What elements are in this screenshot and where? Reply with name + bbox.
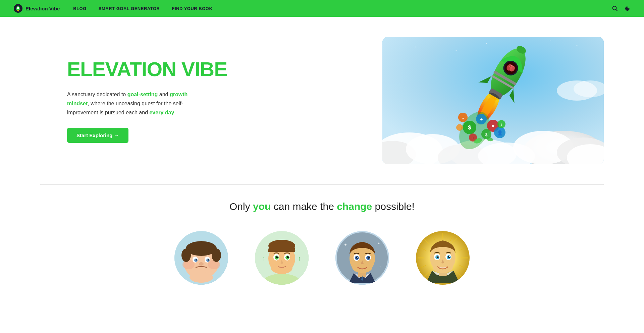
theme-toggle-button[interactable] (625, 5, 631, 11)
svg-point-67 (190, 272, 213, 283)
avatars-section: ↑ ↑ ✦ ✦ ✦ (0, 224, 644, 305)
svg-point-97 (356, 257, 358, 259)
svg-point-8 (486, 43, 487, 44)
rocket-logo-icon (13, 4, 23, 13)
svg-point-128 (449, 256, 450, 257)
svg-point-82 (288, 257, 288, 257)
tagline-middle: can make the (271, 201, 337, 212)
svg-point-5 (416, 47, 417, 48)
avatar-glowing-illustration (416, 231, 470, 285)
svg-point-100 (369, 257, 369, 258)
svg-point-7 (456, 50, 457, 51)
svg-point-62 (196, 259, 197, 261)
tagline-prefix: Only (229, 201, 253, 212)
search-button[interactable] (612, 5, 618, 11)
svg-text:♥: ♥ (492, 123, 494, 129)
avatar-sad (174, 231, 228, 285)
svg-text:✦: ✦ (344, 242, 347, 247)
tagline-you: you (253, 201, 271, 212)
tagline-suffix: possible! (372, 201, 415, 212)
avatar-neutral: ↑ ↑ (255, 231, 309, 285)
svg-point-1 (17, 7, 19, 9)
svg-point-98 (368, 257, 370, 259)
nav-find-book[interactable]: FIND YOUR BOOK (172, 6, 212, 11)
brand-name: Elevation Vibe (25, 6, 60, 11)
tagline-change: change (337, 201, 372, 212)
svg-text:↑: ↑ (262, 255, 265, 262)
svg-text:+: + (472, 136, 474, 140)
svg-point-10 (550, 40, 550, 41)
moon-icon (625, 5, 631, 11)
hero-description: A sanctuary dedicated to goal-setting an… (67, 90, 208, 117)
svg-text:$: $ (500, 123, 502, 126)
nav-smart-goal[interactable]: SMART GOAL GENERATOR (99, 6, 160, 11)
svg-point-11 (577, 45, 578, 46)
nav-links: BLOG SMART GOAL GENERATOR FIND YOUR BOOK (73, 6, 612, 11)
avatar-confident-illustration: ✦ ✦ ✦ (335, 231, 389, 285)
svg-point-65 (181, 248, 191, 262)
svg-point-79 (276, 256, 278, 258)
svg-point-6 (436, 42, 436, 42)
brand-logo-link[interactable]: Elevation Vibe (13, 4, 60, 13)
avatar-sad-illustration (174, 231, 228, 285)
svg-line-3 (616, 10, 618, 11)
svg-point-127 (438, 256, 439, 257)
svg-text:✦: ✦ (377, 241, 380, 245)
nav-blog[interactable]: BLOG (73, 6, 87, 11)
svg-point-68 (199, 262, 204, 266)
avatar-confident: ✦ ✦ ✦ (335, 231, 389, 285)
hero-image: $ ★ ♥ ★ $ + 👤 $ (382, 37, 604, 164)
avatar-neutral-illustration: ↑ ↑ (255, 231, 309, 285)
hero-section: ELEVATION VIBE A sanctuary dedicated to … (0, 17, 644, 184)
svg-text:↑: ↑ (298, 255, 301, 262)
svg-point-66 (212, 248, 221, 262)
navbar-actions (612, 5, 631, 11)
hero-content: ELEVATION VIBE A sanctuary dedicated to … (67, 58, 227, 143)
tagline-section: Only you can make the change possible! (0, 185, 644, 224)
tagline-text: Only you can make the change possible! (7, 201, 637, 212)
svg-point-99 (357, 257, 358, 258)
hero-title: ELEVATION VIBE (67, 58, 227, 80)
svg-point-80 (287, 256, 289, 258)
hero-illustration: $ ★ ♥ ★ $ + 👤 $ (382, 37, 604, 164)
search-icon (612, 5, 618, 11)
hero-image-container: $ ★ ♥ ★ $ + 👤 $ (369, 37, 604, 164)
svg-text:$: $ (468, 125, 471, 130)
avatar-glowing (416, 231, 470, 285)
highlight-every-day: every day (149, 110, 174, 115)
svg-text:$: $ (485, 132, 488, 137)
navbar: Elevation Vibe BLOG SMART GOAL GENERATOR… (0, 0, 644, 17)
start-exploring-button[interactable]: Start Exploring → (67, 128, 128, 143)
svg-text:✦: ✦ (379, 266, 381, 269)
svg-text:👤: 👤 (497, 130, 503, 136)
highlight-goal-setting: goal-setting (127, 92, 158, 97)
svg-point-63 (208, 259, 209, 261)
svg-text:★: ★ (480, 117, 483, 122)
svg-text:★: ★ (462, 116, 465, 120)
svg-point-51 (456, 124, 463, 131)
svg-point-81 (277, 257, 278, 257)
